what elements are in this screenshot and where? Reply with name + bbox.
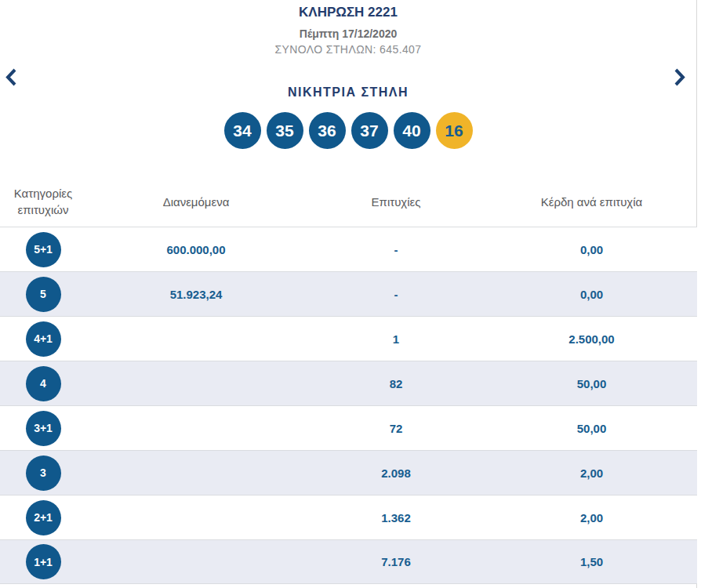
prize-value: 0,00 [486, 243, 697, 256]
prize-table: Κατηγορίες επιτυχιών Διανεμόμενα Επιτυχί… [0, 176, 697, 584]
category-badge: 3+1 [26, 411, 61, 446]
hits-value: 1.362 [306, 511, 486, 524]
category-badge: 5 [26, 277, 61, 312]
column-header-prize: Κέρδη ανά επιτυχία [486, 194, 697, 210]
hits-value: 2.098 [306, 466, 486, 480]
table-row: 1+1 7.176 1,50 [0, 539, 697, 584]
column-header-category: Κατηγορίες επιτυχιών [0, 185, 86, 218]
winning-number-ball: 34 [224, 112, 261, 149]
category-badge: 1+1 [26, 544, 61, 579]
winning-numbers-row: 34 35 36 37 40 16 [0, 112, 696, 149]
table-row: 3 2.098 2,00 [0, 450, 697, 495]
prize-value: 2,00 [486, 466, 697, 480]
chevron-left-icon [4, 67, 19, 87]
column-header-distributed: Διανεμόμενα [86, 194, 306, 210]
prize-value: 2.500,00 [486, 332, 697, 346]
table-row: 4 82 50,00 [0, 361, 697, 405]
distributed-value: 51.923,24 [86, 288, 306, 301]
prize-value: 50,00 [486, 377, 697, 390]
chevron-right-icon [672, 67, 687, 87]
hits-value: - [306, 243, 486, 256]
table-row: 5+1 600.000,00 - 0,00 [0, 227, 697, 271]
prize-value: 0,00 [486, 288, 697, 301]
draw-date: Πέμπτη 17/12/2020 [0, 27, 696, 40]
bonus-number-ball: 16 [436, 112, 473, 149]
prize-value: 50,00 [486, 422, 697, 435]
table-row: 2+1 1.362 2,00 [0, 495, 697, 539]
hits-value: 72 [306, 422, 486, 435]
winning-column-heading: ΝΙΚΗΤΡΙΑ ΣΤΗΛΗ [0, 85, 696, 100]
hits-value: 1 [306, 332, 486, 346]
category-badge: 4 [26, 366, 61, 401]
prize-table-header: Κατηγορίες επιτυχιών Διανεμόμενα Επιτυχί… [0, 176, 697, 227]
winning-number-ball: 35 [267, 112, 303, 149]
hits-value: - [306, 288, 486, 301]
winning-number-ball: 36 [309, 112, 346, 149]
draw-header: ΚΛΗΡΩΣΗ 2221 Πέμπτη 17/12/2020 ΣΥΝΟΛΟ ΣΤ… [0, 0, 696, 56]
column-header-hits: Επιτυχίες [306, 194, 486, 210]
hits-value: 7.176 [306, 555, 486, 568]
table-row: 3+1 72 50,00 [0, 405, 697, 450]
total-columns: ΣΥΝΟΛΟ ΣΤΗΛΩΝ: 645.407 [0, 43, 696, 56]
winning-number-ball: 37 [351, 112, 388, 149]
table-row: 5 51.923,24 - 0,00 [0, 271, 697, 316]
next-draw-button[interactable] [669, 66, 689, 88]
draw-results-panel: ΚΛΗΡΩΣΗ 2221 Πέμπτη 17/12/2020 ΣΥΝΟΛΟ ΣΤ… [0, 0, 701, 588]
table-row: 4+1 1 2.500,00 [0, 316, 697, 361]
category-badge: 2+1 [26, 500, 61, 535]
prev-draw-button[interactable] [1, 66, 21, 88]
prize-value: 2,00 [486, 511, 697, 524]
category-badge: 4+1 [26, 321, 61, 357]
hits-value: 82 [306, 377, 486, 390]
page-title: ΚΛΗΡΩΣΗ 2221 [0, 5, 696, 20]
category-badge: 5+1 [26, 232, 61, 267]
draw-results-content: ΚΛΗΡΩΣΗ 2221 Πέμπτη 17/12/2020 ΣΥΝΟΛΟ ΣΤ… [0, 0, 697, 588]
distributed-value: 600.000,00 [86, 243, 306, 256]
prize-value: 1,50 [486, 555, 697, 568]
winning-number-ball: 40 [394, 112, 430, 149]
category-badge: 3 [26, 456, 61, 491]
